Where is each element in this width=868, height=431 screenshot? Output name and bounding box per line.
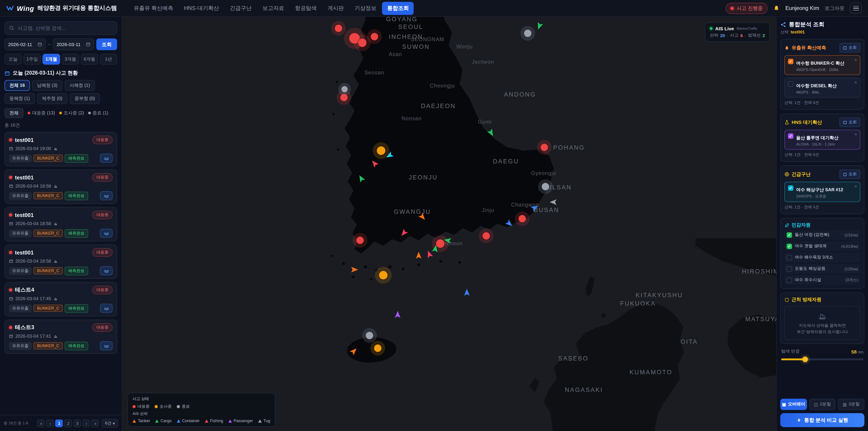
checkbox[interactable]: [786, 232, 792, 238]
checkbox[interactable]: [786, 255, 792, 260]
incident-marker-active[interactable]: [352, 233, 367, 248]
view-spread-button[interactable]: [100, 266, 113, 275]
search-input[interactable]: [18, 25, 113, 31]
menu-item-oil-spill[interactable]: 유출유 확산예측: [129, 2, 178, 15]
ship-marker-tanker[interactable]: [351, 267, 358, 272]
sar-item-12[interactable]: 여수 해상구난 SAR #12SAROPS · 표류중 ×: [784, 182, 860, 202]
status-filter-investigating[interactable]: 조사중 (2): [59, 110, 84, 116]
resource-water-intake[interactable]: 여수 취수시설 (3개소): [784, 275, 860, 285]
menu-item-rescue[interactable]: 긴급구난: [225, 2, 256, 15]
close-icon[interactable]: ×: [854, 184, 857, 189]
close-icon[interactable]: ×: [854, 132, 857, 137]
page-size-select[interactable]: 6건 ▾: [102, 419, 118, 428]
incident-marker-active[interactable]: [537, 140, 552, 155]
range-1year[interactable]: 1년: [100, 54, 117, 65]
incident-card[interactable]: test001 대응중 2026-03-04 19:00 유류유출 BUNKER…: [4, 132, 117, 166]
view-split3-button[interactable]: ▥ 3분할: [838, 399, 864, 410]
menu-item-integrated-view[interactable]: 통합조회: [382, 2, 414, 15]
logout-button[interactable]: 로그아웃: [825, 5, 844, 11]
status-filter-closed[interactable]: 종료 (1): [88, 110, 108, 116]
run-analysis-button[interactable]: 통합 분석 비교 실행: [780, 413, 864, 427]
checkbox[interactable]: [786, 266, 792, 272]
checkbox[interactable]: [788, 81, 794, 87]
view-spread-button[interactable]: [100, 154, 113, 163]
range-3months[interactable]: 3개월: [62, 54, 79, 65]
incident-in-progress-badge[interactable]: 사고 진행중: [725, 2, 768, 14]
status-filter-active[interactable]: 대응중 (13): [28, 110, 55, 116]
menu-item-aerial-search[interactable]: 항공탐색: [290, 2, 322, 15]
incident-card[interactable]: 테스트4 대응중 2026-03-04 17:45 유류유출 BUNKER_C …: [4, 282, 117, 316]
range-6months[interactable]: 6개월: [81, 54, 98, 65]
ship-marker-tug[interactable]: [550, 199, 557, 205]
page-1-button[interactable]: 1: [55, 420, 63, 427]
resource-marine-park[interactable]: 오동도 해상공원 (125ha): [784, 264, 860, 274]
incident-card[interactable]: test001 대응중 2026-03-04 18:58 유류유출 BUNKER…: [4, 207, 117, 241]
region-chip-namhae[interactable]: 남해청 (3): [32, 80, 62, 91]
region-chip-donghae[interactable]: 동해청 (1): [4, 93, 35, 104]
region-chip-seohae[interactable]: 서해청 (1): [65, 80, 95, 91]
menu-item-board[interactable]: 게시판: [322, 2, 349, 15]
ship-marker-passenger[interactable]: [395, 311, 400, 318]
view-spread-button[interactable]: [100, 229, 113, 238]
hns-item-toluene[interactable]: 울산 톨루엔 대기확산ALOHA · 15L/h · 1.2km ×: [784, 130, 860, 150]
ship-marker-container[interactable]: [464, 288, 469, 296]
region-chip-jeju[interactable]: 제주청 (0): [37, 93, 67, 104]
incident-marker-closed[interactable]: [520, 26, 535, 41]
notification-bell-icon[interactable]: [773, 5, 780, 11]
sar-query-button[interactable]: 조회: [839, 170, 860, 179]
checkbox[interactable]: [788, 133, 794, 139]
slider-knob[interactable]: [802, 357, 808, 362]
view-spread-button[interactable]: [100, 304, 113, 313]
view-overlay-button[interactable]: ▣ 오버레이: [780, 399, 807, 410]
range-today[interactable]: 오늘: [4, 54, 22, 65]
checkbox[interactable]: [786, 278, 792, 283]
incident-marker-active[interactable]: [479, 228, 493, 243]
date-from-field[interactable]: 2026-02-11: [4, 38, 46, 50]
date-to-field[interactable]: 2026-03-11: [53, 38, 94, 50]
incident-card[interactable]: 테스트3 대응중 2026-03-04 17:41 유류유출 BUNKER_C …: [4, 319, 117, 354]
menu-item-reports[interactable]: 보고자료: [257, 2, 289, 15]
close-icon[interactable]: ×: [854, 80, 857, 85]
hns-query-button[interactable]: 조회: [839, 118, 860, 127]
view-spread-button[interactable]: [100, 191, 113, 200]
page-next-button[interactable]: ›: [83, 420, 90, 427]
oil-item-bunker-c[interactable]: 여수항 BUNKER-C 확산48GPS·OpenDrift · 150kL ×: [784, 55, 860, 75]
status-filter-all[interactable]: 전체: [4, 108, 24, 118]
map-area[interactable]: GOYANGSEOULINCHEONSEONGNAMSUWONWonjuAsan…: [122, 17, 776, 431]
incident-marker-investigating[interactable]: [370, 341, 385, 356]
close-icon[interactable]: ×: [854, 57, 857, 62]
date-search-button[interactable]: 조회: [96, 38, 117, 50]
incident-card[interactable]: test001 대응중 2026-03-04 18:58 유류유출 BUNKER…: [4, 245, 117, 279]
menu-item-weather[interactable]: 기상정보: [350, 2, 381, 15]
range-1week[interactable]: 1주일: [24, 54, 41, 65]
region-chip-all[interactable]: 전체 16: [4, 80, 30, 91]
incident-marker-closed[interactable]: [538, 179, 553, 194]
resource-beaches[interactable]: 여수 해수욕장 3개소: [784, 253, 860, 262]
page-last-button[interactable]: »: [92, 420, 99, 427]
checkbox[interactable]: [788, 59, 794, 64]
incident-marker-closed[interactable]: [362, 328, 377, 343]
view-spread-button[interactable]: [100, 341, 113, 350]
ship-marker-tanker[interactable]: [416, 251, 421, 258]
page-prev-button[interactable]: ‹: [46, 420, 54, 427]
oil-item-diesel[interactable]: 여수항 DIESEL 확산48GPS · 30kL ×: [784, 78, 860, 98]
incident-marker-closed[interactable]: [338, 83, 351, 96]
range-1month[interactable]: 1개월: [43, 54, 60, 65]
view-split2-button[interactable]: ◫ 2분할: [809, 399, 835, 410]
oil-query-button[interactable]: 조회: [839, 43, 860, 53]
hamburger-menu-icon[interactable]: [850, 3, 862, 13]
page-3-button[interactable]: 3: [73, 420, 81, 427]
incident-card[interactable]: test001 대응중 2026-03-04 18:58 유류유출 BUNKER…: [4, 170, 117, 204]
menu-item-hns[interactable]: HNS·대기확산: [179, 2, 224, 15]
incident-marker-active[interactable]: [367, 29, 382, 44]
incident-marker-active[interactable]: [515, 211, 530, 226]
page-first-button[interactable]: «: [37, 420, 45, 427]
ship-marker-fishing[interactable]: [426, 250, 433, 258]
incident-marker-active[interactable]: [331, 21, 346, 36]
resource-tidal-flat[interactable]: 여수 갯벌 생태계 (4,013ha): [784, 241, 860, 251]
region-chip-jungbu[interactable]: 중부청 (0): [70, 93, 100, 104]
checkbox[interactable]: [788, 185, 794, 191]
resource-fishery[interactable]: 돌산 어장 (감전복) (131ha): [784, 230, 860, 240]
incident-marker-investigating[interactable]: [375, 267, 392, 283]
radius-slider[interactable]: [781, 359, 864, 360]
